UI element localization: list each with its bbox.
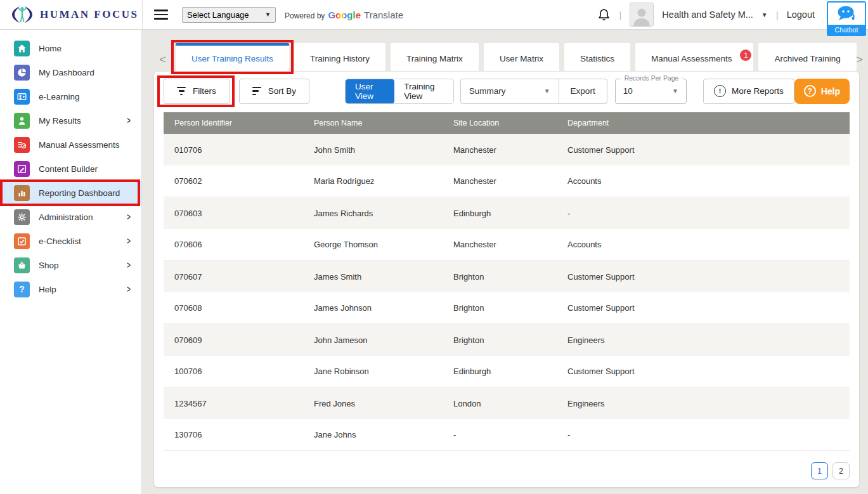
report-type-select[interactable]: Summary ▼ (461, 79, 559, 103)
tab-user-training-results[interactable]: User Training Results (176, 43, 289, 71)
sidebar-item-reporting-dashboard[interactable]: Reporting Dashboard (0, 181, 141, 205)
results-card: Filters Sort By User View Training View … (154, 72, 859, 487)
user-view-toggle-button[interactable]: User View (346, 79, 394, 103)
records-per-page-select[interactable]: Records Per Page 10 ▼ (615, 79, 687, 104)
cell-site-location: - (443, 430, 557, 439)
check-square-icon (14, 233, 30, 249)
chatbot-face-icon (836, 3, 857, 25)
tab-archived-training[interactable]: Archived Training (758, 43, 856, 71)
report-tabs: User Training Results Training History T… (176, 43, 857, 71)
user-view-label: User View (355, 82, 385, 101)
sidebar-item-label: My Results (39, 116, 81, 126)
cell-site-location: Manchester (443, 176, 557, 186)
table-row[interactable]: 070603 James Richards Edinburgh - (164, 197, 850, 229)
tab-training-matrix[interactable]: Training Matrix (391, 43, 479, 71)
tabs-scroll-right-icon[interactable]: > (856, 53, 863, 67)
chatbot-button[interactable]: Chatbot (827, 1, 866, 36)
table-row[interactable]: 010706 John Smith Manchester Customer Su… (164, 134, 850, 166)
sidebar-item-label: Manual Assessments (39, 140, 120, 150)
cell-person-identifier: 1234567 (164, 399, 303, 408)
cell-person-identifier: 100706 (164, 367, 303, 376)
cell-person-identifier: 070606 (164, 240, 303, 249)
sidebar-item-administration[interactable]: Administration > (0, 205, 141, 229)
gear-icon (14, 209, 30, 225)
divider: | (619, 10, 621, 20)
cell-department: Accounts (557, 176, 850, 186)
logout-link[interactable]: Logout (787, 10, 815, 20)
tab-manual-assessments[interactable]: Manual Assessments 1 (635, 43, 754, 71)
tab-statistics[interactable]: Statistics (564, 43, 630, 71)
sidebar-item-my-dashboard[interactable]: My Dashboard (0, 60, 141, 84)
cell-person-name: James Johnson (303, 303, 443, 313)
tab-label: Training Matrix (406, 54, 463, 63)
table-row[interactable]: 070602 Maria Rodriguez Manchester Accoun… (164, 166, 850, 197)
basket-icon (14, 257, 30, 273)
language-select-value: Select Language (187, 10, 249, 20)
cell-person-name: Maria Rodriguez (303, 176, 443, 186)
user-menu-caret-icon[interactable]: ▼ (761, 11, 768, 18)
sidebar-item-manual-assessments[interactable]: Manual Assessments (0, 133, 141, 157)
table-row[interactable]: 070607 James Smith Brighton Customer Sup… (164, 261, 850, 292)
sidebar-item-home[interactable]: Home (0, 36, 141, 60)
edit-square-icon (14, 161, 30, 177)
table-row[interactable]: 070606 George Thomson Manchester Account… (164, 229, 850, 261)
table-row[interactable]: 070609 John Jameson Brighton Engineers (164, 324, 850, 356)
dashboard-pie-icon (14, 65, 30, 81)
pagination: 1 2 (811, 462, 850, 479)
page-button-1[interactable]: 1 (811, 462, 828, 479)
user-menu[interactable]: Health and Safety M... (662, 10, 753, 20)
tabs-scroll-left-icon[interactable]: < (159, 53, 166, 67)
table-row[interactable]: 100706 Jane Robinson Edinburgh Customer … (164, 356, 850, 387)
help-button[interactable]: ? Help (794, 79, 850, 104)
training-view-label: Training View (404, 82, 443, 101)
cell-person-name: Jane Robinson (303, 367, 443, 376)
cell-person-name: John Jameson (303, 335, 443, 345)
export-button[interactable]: Export (559, 79, 607, 103)
menu-hamburger-icon[interactable] (154, 7, 169, 22)
training-view-toggle-button[interactable]: Training View (394, 79, 453, 103)
tab-training-history[interactable]: Training History (294, 43, 385, 71)
column-header-department: Department (557, 119, 850, 127)
cell-department: Customer Support (557, 303, 850, 313)
tab-user-matrix[interactable]: User Matrix (484, 43, 559, 71)
language-select[interactable]: Select Language ▼ (182, 7, 276, 23)
sidebar-item-content-builder[interactable]: Content Builder (0, 157, 141, 181)
cell-person-name: John Smith (303, 145, 443, 155)
sidebar-item-shop[interactable]: Shop > (0, 253, 141, 277)
more-reports-label: More Reports (732, 86, 784, 96)
toolbar: Filters Sort By User View Training View … (154, 72, 859, 105)
column-header-person-name: Person Name (303, 119, 443, 127)
notification-bell-icon[interactable] (597, 8, 611, 22)
cell-person-name: Fred Jones (303, 399, 443, 408)
sidebar-item-my-results[interactable]: My Results > (0, 108, 141, 133)
sort-by-button[interactable]: Sort By (239, 79, 309, 104)
sidebar-item-label: Home (39, 44, 62, 53)
column-header-person-identifier: Person Identifier (164, 119, 303, 127)
brand-name: HUMAN FOCUS (40, 8, 138, 21)
filter-icon (177, 85, 186, 97)
page-button-2[interactable]: 2 (832, 462, 850, 479)
cell-person-identifier: 070602 (164, 176, 303, 186)
filters-button[interactable]: Filters (164, 79, 230, 104)
sidebar-item-label: Shop (39, 261, 59, 270)
tab-label: User Training Results (191, 54, 273, 63)
chevron-down-icon: ▼ (265, 11, 271, 18)
cell-department: - (557, 430, 850, 439)
table-header-row: Person Identifier Person Name Site Locat… (164, 112, 850, 134)
filters-label: Filters (193, 86, 216, 96)
sidebar-item-e-learning[interactable]: e-Learning (0, 84, 141, 108)
table-row[interactable]: 1234567 Fred Jones London Engineers (164, 387, 850, 419)
avatar[interactable] (630, 3, 654, 27)
more-options-icon: ⁝ (714, 85, 726, 97)
export-label: Export (571, 86, 595, 96)
more-reports-button[interactable]: ⁝ More Reports (703, 79, 794, 104)
notification-count-badge: 1 (740, 49, 751, 61)
sidebar-item-help[interactable]: ? Help > (0, 277, 141, 301)
table-row[interactable]: 070608 James Johnson Brighton Customer S… (164, 292, 850, 324)
records-per-page-label: Records Per Page (621, 74, 682, 82)
sidebar-item-label: Administration (39, 212, 93, 222)
sidebar-item-e-checklist[interactable]: e-Checklist > (0, 229, 141, 253)
cell-person-identifier: 010706 (164, 145, 303, 155)
table-row[interactable]: 130706 Jane Johns - - (164, 419, 850, 451)
sort-icon (252, 85, 261, 97)
